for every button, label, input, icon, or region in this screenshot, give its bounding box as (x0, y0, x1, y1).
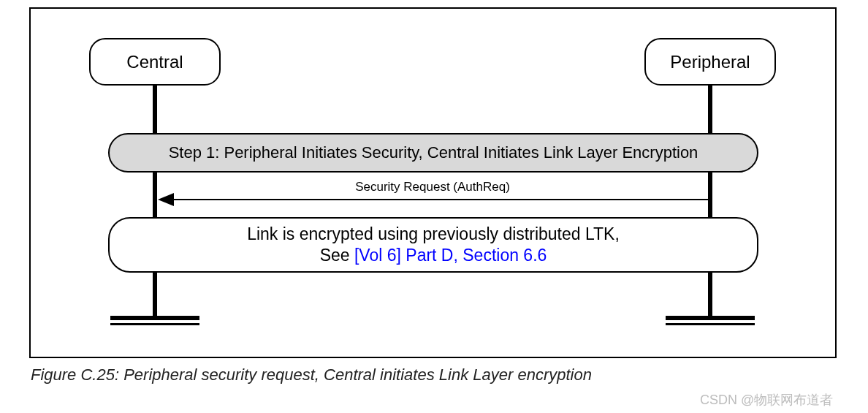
foot-central-thick (110, 316, 199, 320)
foot-central-thin (110, 323, 199, 325)
actor-central: Central (89, 38, 221, 86)
foot-peripheral-thin (666, 323, 755, 325)
diagram-frame: Central Peripheral Step 1: Peripheral In… (29, 7, 837, 358)
lifeline-peripheral-mid (708, 173, 712, 217)
watermark: CSDN @物联网布道者 (700, 391, 833, 409)
actor-central-label: Central (126, 52, 183, 72)
lifeline-central-bot (153, 273, 157, 317)
lifeline-central-mid (153, 173, 157, 217)
figure-caption: Figure C.25: Peripheral security request… (31, 365, 592, 384)
actor-peripheral: Peripheral (644, 38, 776, 86)
message-label: Security Request (AuthReq) (250, 180, 615, 194)
note-pill: Link is encrypted using previously distr… (108, 217, 758, 273)
message-arrow-line (173, 199, 712, 200)
message-arrow-head (158, 193, 174, 206)
step-1-label: Step 1: Peripheral Initiates Security, C… (169, 143, 698, 162)
lifeline-peripheral-bot (708, 273, 712, 317)
note-line1: Link is encrypted using previously distr… (247, 224, 620, 245)
note-line2-link: [Vol 6] Part D, Section 6.6 (354, 246, 547, 265)
step-1-pill: Step 1: Peripheral Initiates Security, C… (108, 133, 758, 173)
note-line2-prefix: See (320, 246, 354, 265)
actor-peripheral-label: Peripheral (670, 52, 750, 72)
note-line2: See [Vol 6] Part D, Section 6.6 (320, 245, 547, 266)
lifeline-central-top (153, 86, 157, 133)
foot-peripheral-thick (666, 316, 755, 320)
lifeline-peripheral-top (708, 86, 712, 133)
